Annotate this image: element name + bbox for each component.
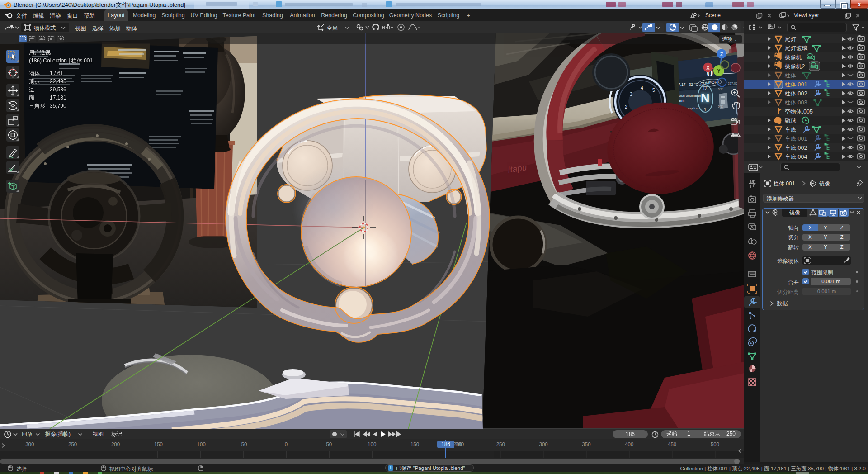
svg-text:Z: Z xyxy=(720,52,723,57)
svg-text:尾灯: 尾灯 xyxy=(785,36,797,43)
svg-text:摄像机2: 摄像机2 xyxy=(784,63,805,70)
svg-text:车底.002: 车底.002 xyxy=(785,145,807,151)
svg-text:0°C: 0°C xyxy=(718,88,723,91)
svg-text:柱体.001: 柱体.001 xyxy=(784,81,807,88)
svg-text:空物体.005: 空物体.005 xyxy=(785,109,813,115)
svg-text:摄像机: 摄像机 xyxy=(784,54,802,61)
svg-text:柱体.002: 柱体.002 xyxy=(784,90,807,97)
svg-text:Y: Y xyxy=(717,68,721,74)
svg-text:N: N xyxy=(701,91,710,105)
svg-text:4: 4 xyxy=(641,85,643,90)
svg-text:融球: 融球 xyxy=(785,118,797,124)
svg-text:车底: 车底 xyxy=(785,127,796,133)
svg-text:X: X xyxy=(706,65,710,71)
svg-text:0°C: 0°C xyxy=(718,105,723,108)
svg-text:柱体: 柱体 xyxy=(784,72,797,79)
svg-text:尾灯玻璃: 尾灯玻璃 xyxy=(785,45,808,52)
svg-text:2: 2 xyxy=(625,104,627,109)
svg-text:车底.001: 车底.001 xyxy=(785,136,807,142)
svg-text:柱体.003: 柱体.003 xyxy=(784,100,807,106)
svg-text:7:17 32 °C: 7:17 32 °C xyxy=(678,82,698,87)
svg-text:3: 3 xyxy=(630,91,632,97)
svg-text:车底.004: 车底.004 xyxy=(785,154,807,160)
svg-text:1: 1 xyxy=(704,107,707,112)
svg-text:5: 5 xyxy=(652,87,655,93)
